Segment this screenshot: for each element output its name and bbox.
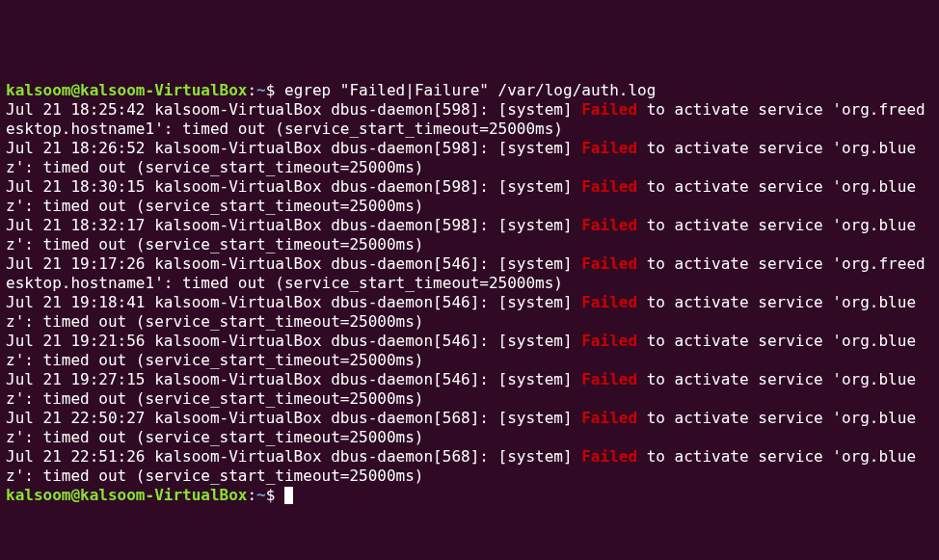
match-highlight: Failed [581,409,637,427]
match-highlight: Failed [581,332,637,350]
match-highlight: Failed [581,370,637,388]
prompt-user-host: kalsoom@kalsoom-VirtualBox [6,81,247,99]
log-entry: Jul 21 18:30:15 kalsoom-VirtualBox dbus-… [6,177,916,215]
log-prefix: Jul 21 18:25:42 kalsoom-VirtualBox dbus-… [6,100,581,119]
log-prefix: Jul 21 22:51:26 kalsoom-VirtualBox dbus-… [6,447,581,466]
prompt-path: ~ [256,81,266,99]
log-prefix: Jul 21 19:17:26 kalsoom-VirtualBox dbus-… [6,254,581,273]
log-entry: Jul 21 19:18:41 kalsoom-VirtualBox dbus-… [6,293,916,331]
match-highlight: Failed [581,254,637,273]
log-entry: Jul 21 19:27:15 kalsoom-VirtualBox dbus-… [6,370,916,408]
prompt-path: ~ [256,486,266,504]
terminal-output[interactable]: kalsoom@kalsoom-VirtualBox:~$ egrep "Fai… [6,81,933,505]
log-entry: Jul 21 18:32:17 kalsoom-VirtualBox dbus-… [6,216,916,253]
prompt-separator: : [247,486,256,504]
log-prefix: Jul 21 18:30:15 kalsoom-VirtualBox dbus-… [6,177,581,196]
log-entry: Jul 21 19:21:56 kalsoom-VirtualBox dbus-… [6,332,916,369]
match-highlight: Failed [581,177,637,196]
log-prefix: Jul 21 19:27:15 kalsoom-VirtualBox dbus-… [6,370,581,388]
match-highlight: Failed [581,100,637,119]
log-entry: Jul 21 19:17:26 kalsoom-VirtualBox dbus-… [6,254,926,292]
log-prefix: Jul 21 19:21:56 kalsoom-VirtualBox dbus-… [6,332,581,350]
prompt-dollar: $ [266,81,276,99]
match-highlight: Failed [581,293,637,311]
prompt-separator: : [247,81,256,99]
match-highlight: Failed [581,139,637,157]
log-prefix: Jul 21 18:32:17 kalsoom-VirtualBox dbus-… [6,216,581,234]
match-highlight: Failed [581,216,637,234]
log-entry: Jul 21 18:26:52 kalsoom-VirtualBox dbus-… [6,139,916,176]
log-prefix: Jul 21 22:50:27 kalsoom-VirtualBox dbus-… [6,409,581,427]
match-highlight: Failed [581,447,637,466]
prompt-user-host: kalsoom@kalsoom-VirtualBox [6,486,247,504]
log-prefix: Jul 21 18:26:52 kalsoom-VirtualBox dbus-… [6,139,581,157]
log-prefix: Jul 21 19:18:41 kalsoom-VirtualBox dbus-… [6,293,581,311]
prompt-dollar: $ [266,486,276,504]
log-entry: Jul 21 22:50:27 kalsoom-VirtualBox dbus-… [6,409,916,446]
cursor-icon [284,487,293,504]
log-entry: Jul 21 22:51:26 kalsoom-VirtualBox dbus-… [6,447,916,485]
log-entry: Jul 21 18:25:42 kalsoom-VirtualBox dbus-… [6,100,926,138]
command-text: egrep "Failed|Failure" /var/log/auth.log [284,81,656,99]
